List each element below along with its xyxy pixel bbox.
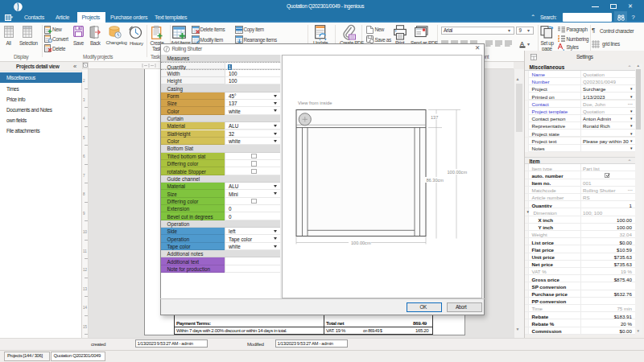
svg-text:86.30cm: 86.30cm [427,178,444,183]
svg-text:A: A [520,40,524,47]
svg-text:View from inside: View from inside [298,101,332,105]
svg-text:100.00cm: 100.00cm [448,170,468,175]
svg-text:100.00cm: 100.00cm [351,241,371,245]
svg-text:137: 137 [431,115,438,120]
